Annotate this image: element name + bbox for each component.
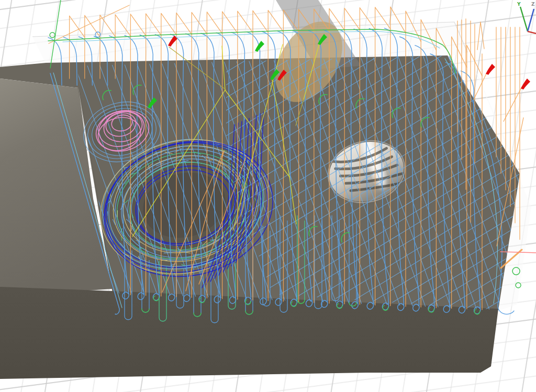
cam-viewport-stage: Y Z bbox=[0, 0, 536, 392]
axis-z-label: Z bbox=[531, 2, 535, 7]
viewport-3d[interactable]: Y Z bbox=[0, 0, 536, 392]
axis-y-label: Y bbox=[517, 2, 521, 7]
